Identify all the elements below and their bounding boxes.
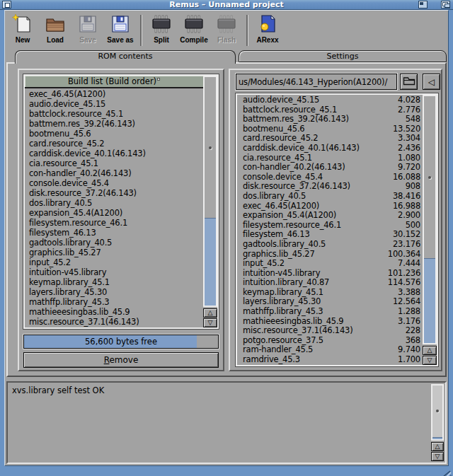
module-name: misc.resource_37.1(46.143) (243, 326, 406, 336)
list-item[interactable]: card.resource_45.2 (29, 139, 203, 149)
list-item[interactable]: gadtools.library_40.5 (29, 238, 203, 248)
depth-window-icon[interactable] (441, 1, 450, 8)
list-item[interactable]: ramdrive_45.31.700 (243, 355, 420, 365)
save-button[interactable]: Save (71, 13, 104, 47)
list-item[interactable]: graphics.lib_45.27100.364 (243, 250, 420, 260)
list-item[interactable]: filesystem_46.1330.152 (243, 230, 420, 240)
arexx-button-label: ARexx (256, 36, 278, 44)
split-button-label: Split (154, 36, 169, 44)
module-name: exec_46.45(A1200) (243, 202, 393, 211)
new-button[interactable]: New (6, 13, 39, 47)
list-item[interactable]: ram-handler_45.59.740 (243, 345, 420, 355)
build-list-header[interactable]: Build list (Build order) (25, 76, 203, 88)
module-size: 1.700 (398, 355, 420, 365)
list-item[interactable]: audio.device_45.15 (29, 99, 203, 109)
module-size: 7.444 (398, 259, 420, 269)
list-item[interactable]: console.device_45.416.088 (243, 173, 420, 182)
tab-rom-contents[interactable]: ROM contents (15, 50, 236, 64)
modules-list-scroll-track[interactable] (423, 95, 437, 344)
compile-button[interactable]: Compile (178, 13, 210, 47)
gauge-label: 56,600 bytes free (24, 335, 218, 349)
modules-list-scroll-knob[interactable] (424, 96, 435, 259)
new-button-label: New (16, 36, 30, 44)
list-item[interactable]: gadtools.library_40.523.176 (243, 240, 420, 250)
list-item[interactable]: dos.library_40.538.416 (243, 192, 420, 202)
rom-contents-page: Build list (Build order) exec_46.45(A120… (6, 62, 447, 377)
list-item[interactable]: audio.device_45.154.028 (243, 95, 420, 105)
arexx-button[interactable]: ARexx (251, 13, 284, 47)
list-item[interactable]: mathffp.library_45.3 (29, 297, 203, 307)
titlebar[interactable]: Remus – Unnamed project (0, 0, 453, 10)
list-item[interactable]: layers.library_45.30 (29, 287, 203, 297)
list-item[interactable]: bootmenu_45.613.520 (243, 124, 420, 134)
scroll-up-icon[interactable]: △ (203, 308, 217, 318)
save-as-button[interactable]: Save as (104, 13, 137, 47)
compile-button-label: Compile (180, 36, 207, 44)
zoom-window-icon[interactable] (418, 1, 428, 8)
build-list-scroll-knob[interactable] (205, 77, 216, 219)
list-item[interactable]: battmem.res_39.2(46.143) (29, 119, 203, 129)
list-item[interactable]: graphics.lib_45.27 (29, 248, 203, 257)
list-item[interactable]: bootmenu_45.6 (29, 129, 203, 139)
remove-button[interactable]: Remove (23, 352, 219, 368)
list-item[interactable]: filesystem_46.13 (29, 228, 203, 238)
list-item[interactable]: console.device_45.4 (29, 178, 203, 188)
list-item[interactable]: carddisk.device_40.1(46.143)2.436 (243, 144, 420, 153)
load-button[interactable]: Load (39, 13, 71, 47)
tab-settings[interactable]: Settings (239, 50, 447, 62)
split-button[interactable]: Split (145, 13, 178, 47)
flash-button[interactable]: Flash (210, 13, 243, 47)
list-item[interactable]: disk.resource_37.2(46.143) (29, 188, 203, 198)
list-item[interactable]: filesystem.resource_46.1500 (243, 221, 420, 231)
list-item[interactable]: misc.resource_37.1(46.143)228 (243, 326, 420, 336)
list-item[interactable]: con-handler_40.2(46.143) (29, 168, 203, 178)
scroll-down-icon[interactable]: ▽ (431, 452, 444, 461)
log-scroll-track[interactable] (431, 384, 444, 441)
list-item[interactable]: expansion_45.4(A1200) (29, 208, 203, 218)
list-item[interactable]: exec_46.45(A1200) (29, 89, 203, 99)
module-size: 9.740 (398, 345, 420, 355)
close-icon[interactable] (2, 1, 11, 8)
list-item[interactable]: intuition.library_40.87114.576 (243, 278, 420, 288)
directory-path-input[interactable] (236, 74, 397, 90)
list-item[interactable]: input_45.27.444 (243, 259, 420, 269)
list-item[interactable]: mathffp.library_45.31.288 (243, 307, 420, 317)
list-item[interactable]: expansion_45.4(A1200)2.900 (243, 211, 420, 221)
list-item[interactable]: disk.resource_37.2(46.143)908 (243, 182, 420, 192)
module-size: 16.088 (393, 173, 420, 182)
module-name: ramdrive_45.3 (243, 355, 398, 365)
list-item[interactable]: dos.library_40.5 (29, 198, 203, 208)
list-item[interactable]: card.resource_45.23.304 (243, 134, 420, 144)
list-item[interactable]: potgo.resource_37.5368 (243, 336, 420, 346)
list-item[interactable]: cia.resource_45.11.080 (243, 153, 420, 163)
list-item[interactable]: misc.resource_37.1(46.143) (29, 317, 203, 327)
list-item[interactable]: keymap.library_45.1 (29, 277, 203, 287)
list-item[interactable]: keymap.library_45.13.388 (243, 288, 420, 298)
scroll-down-icon[interactable]: ▽ (423, 356, 437, 365)
list-item[interactable]: battclock.resource_45.12.776 (243, 105, 420, 115)
list-item[interactable]: carddisk.device_40.1(46.143) (29, 149, 203, 158)
list-item[interactable]: intuition-v45.library101.236 (243, 269, 420, 279)
build-list-box: Build list (Build order) exec_46.45(A120… (23, 74, 219, 329)
scroll-down-icon[interactable]: ▽ (203, 318, 217, 327)
log-scroll-knob[interactable] (432, 385, 442, 438)
build-list-scroll-track[interactable] (203, 76, 217, 307)
resize-handle[interactable] (440, 468, 452, 475)
module-name: cia.resource_45.1 (243, 153, 398, 163)
module-name: con-handler_40.2(46.143) (243, 163, 398, 173)
list-item[interactable]: exec_46.45(A1200)16.988 (243, 202, 420, 211)
choose-directory-button[interactable] (400, 74, 418, 90)
list-item[interactable]: mathieeesingbas.lib_45.93.176 (243, 317, 420, 327)
list-item[interactable]: con-handler_40.2(46.143)9.720 (243, 163, 420, 173)
list-item[interactable]: battmem.res_39.2(46.143)548 (243, 115, 420, 124)
list-item[interactable]: intuition-v45.library (29, 267, 203, 277)
list-item[interactable]: mathieeesingbas.lib_45.9 (29, 307, 203, 317)
parent-directory-icon[interactable]: ◁ (423, 74, 440, 90)
list-item[interactable]: battclock.resource_45.1 (29, 109, 203, 119)
list-item[interactable]: input_45.2 (29, 257, 203, 267)
list-item[interactable]: filesystem.resource_46.1 (29, 218, 203, 228)
list-item[interactable]: cia.resource_45.1 (29, 158, 203, 168)
scroll-up-icon[interactable]: △ (423, 346, 437, 355)
list-item[interactable]: layers.library_45.3012.564 (243, 297, 420, 307)
scroll-up-icon[interactable]: △ (431, 442, 444, 451)
